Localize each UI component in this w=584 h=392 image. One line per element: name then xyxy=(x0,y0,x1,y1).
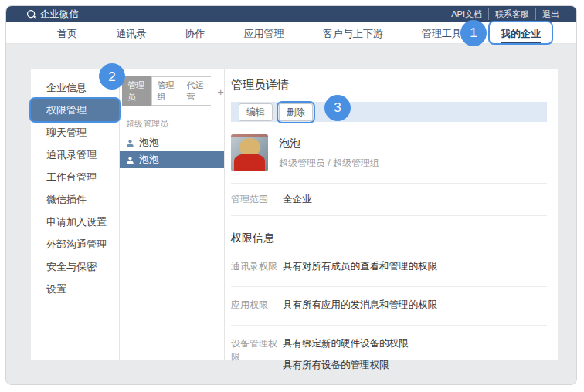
sidebar-item-permission-management[interactable]: 权限管理 2 xyxy=(31,99,119,121)
nav-tab-my-company[interactable]: 我的企业 1 xyxy=(494,23,547,43)
main-nav: 首页 通讯录 协作 应用管理 客户与上下游 管理工具 我的企业 1 xyxy=(6,22,576,44)
scope-label: 管理范围 xyxy=(231,193,283,206)
wecom-logo-icon xyxy=(26,9,36,19)
contact-support-link[interactable]: 联系客服 xyxy=(488,8,535,20)
detail-toolbar: 编辑 删除 3 xyxy=(231,102,547,122)
admin-list-item-selected[interactable]: 泡泡 xyxy=(120,151,224,168)
person-icon xyxy=(126,139,134,147)
add-admin-button[interactable]: + xyxy=(217,86,224,97)
top-links: API文档 联系客服 退出 xyxy=(445,8,565,20)
admin-list-tabs: 管理员 管理组 代运营 + xyxy=(120,76,224,106)
main-panel: 企业信息 权限管理 2 聊天管理 通讯录管理 工作台管理 微信插件 申请加入设置… xyxy=(31,69,558,360)
top-bar: 企业微信 API文档 联系客服 退出 xyxy=(6,6,576,22)
annotation-callout-1: 1 xyxy=(460,20,487,46)
settings-sidebar: 企业信息 权限管理 2 聊天管理 通讯录管理 工作台管理 微信插件 申请加入设置… xyxy=(31,69,120,360)
tab-admin-groups[interactable]: 管理组 xyxy=(151,76,181,106)
tab-agent-operation[interactable]: 代运营 xyxy=(182,76,211,106)
content-area: 企业信息 权限管理 2 聊天管理 通讯录管理 工作台管理 微信插件 申请加入设置… xyxy=(6,44,576,385)
admin-group-label: 超级管理员 xyxy=(126,118,224,130)
brand: 企业微信 xyxy=(26,8,79,21)
person-icon xyxy=(126,156,134,164)
avatar xyxy=(231,134,268,171)
app-window: 企业微信 API文档 联系客服 退出 首页 通讯录 协作 应用管理 客户与上下游… xyxy=(5,5,577,385)
scope-value: 全企业 xyxy=(283,193,312,206)
sidebar-item-contacts-management[interactable]: 通讯录管理 xyxy=(31,144,119,166)
screenshot-stage: 企业微信 API文档 联系客服 退出 首页 通讯录 协作 应用管理 客户与上下游… xyxy=(0,0,584,392)
admin-role: 超级管理员 / 超级管理组 xyxy=(279,157,379,170)
admin-profile: 泡泡 超级管理员 / 超级管理组 xyxy=(231,134,547,171)
annotation-callout-2: 2 xyxy=(99,63,125,90)
scope-row: 管理范围 全企业 xyxy=(231,184,547,215)
api-docs-link[interactable]: API文档 xyxy=(445,8,488,20)
nav-tab-contacts[interactable]: 通讯录 xyxy=(110,23,152,43)
admin-list-column: 管理员 管理组 代运营 + 超级管理员 泡泡 xyxy=(120,69,225,360)
sidebar-item-wechat-plugin[interactable]: 微信插件 xyxy=(31,188,119,211)
permission-row-devices: 设备管理权限 具有绑定新的硬件设备的权限 具有所有设备的管理权限 xyxy=(231,326,547,385)
tab-administrators[interactable]: 管理员 xyxy=(122,76,151,106)
annotation-callout-3: 3 xyxy=(324,95,351,121)
nav-tab-customers[interactable]: 客户与上下游 xyxy=(317,23,389,43)
sidebar-item-external-communication[interactable]: 外部沟通管理 xyxy=(31,233,119,255)
sidebar-item-settings[interactable]: 设置 xyxy=(31,278,119,300)
detail-title: 管理员详情 xyxy=(231,78,547,93)
permission-row-apps: 应用权限 具有所有应用的发消息和管理的权限 xyxy=(231,287,547,325)
divider xyxy=(231,215,547,216)
brand-name: 企业微信 xyxy=(40,8,79,21)
profile-text: 泡泡 超级管理员 / 超级管理组 xyxy=(279,134,379,171)
delete-button[interactable]: 删除 3 xyxy=(279,103,313,121)
permissions-title: 权限信息 xyxy=(231,231,547,245)
nav-tab-apps[interactable]: 应用管理 xyxy=(237,23,290,43)
sidebar-item-security[interactable]: 安全与保密 xyxy=(31,255,119,278)
admin-detail: 管理员详情 编辑 删除 3 泡泡 xyxy=(225,69,558,360)
sidebar-item-join-settings[interactable]: 申请加入设置 xyxy=(31,211,119,233)
admin-name: 泡泡 xyxy=(279,137,379,150)
nav-tab-collaboration[interactable]: 协作 xyxy=(178,23,211,43)
admin-list-item[interactable]: 泡泡 xyxy=(120,134,224,151)
nav-tab-home[interactable]: 首页 xyxy=(51,23,83,43)
sidebar-item-workbench-management[interactable]: 工作台管理 xyxy=(31,166,119,188)
permission-row-contacts: 通讯录权限 具有对所有成员的查看和管理的权限 xyxy=(231,248,547,286)
sidebar-item-chat-management[interactable]: 聊天管理 xyxy=(31,121,119,144)
edit-button[interactable]: 编辑 xyxy=(239,103,273,121)
logout-link[interactable]: 退出 xyxy=(535,8,565,20)
